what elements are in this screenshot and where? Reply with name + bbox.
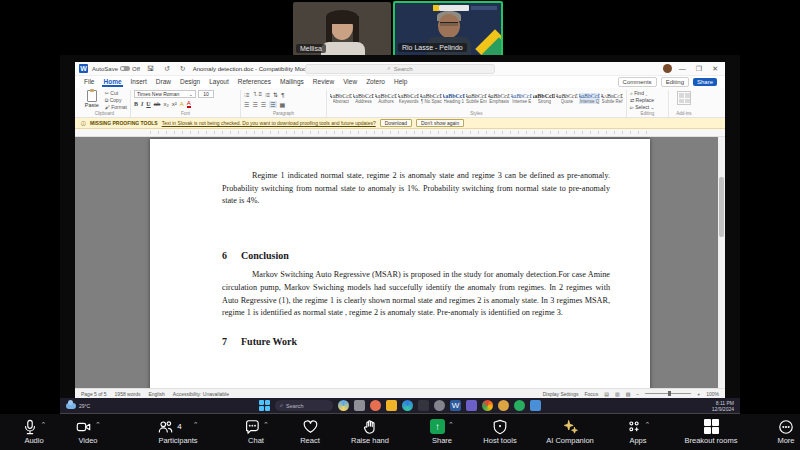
multilevel-list-icon[interactable]: ⁞≡ xyxy=(265,92,270,98)
participants-caret-icon[interactable]: ⌃ xyxy=(193,421,199,429)
font-color-button[interactable]: A xyxy=(187,100,191,108)
align-center-icon[interactable]: ☰ xyxy=(252,101,257,108)
tab-draw[interactable]: Draw xyxy=(155,77,172,87)
ruler[interactable] xyxy=(75,129,725,137)
strikethrough-button[interactable]: ab xyxy=(154,101,161,107)
undo-icon[interactable]: ↺ xyxy=(161,65,173,73)
tab-design[interactable]: Design xyxy=(179,77,201,87)
gold-app-icon[interactable] xyxy=(498,400,509,411)
outlook-icon[interactable] xyxy=(530,400,541,411)
chat-button[interactable]: ⌃ Chat xyxy=(236,418,276,445)
video-tile-mellisa[interactable]: Mellisa xyxy=(293,2,391,56)
account-avatar[interactable] xyxy=(663,64,672,73)
pilcrow-icon[interactable]: ¶ xyxy=(281,92,284,98)
participants-button[interactable]: 4 ⌃ Participants xyxy=(148,418,208,445)
video-button[interactable]: ⌃ Video xyxy=(68,418,108,445)
editing-mode-button[interactable]: Editing xyxy=(661,77,689,87)
share-screen-button[interactable]: ↑ ⌃ Share xyxy=(422,418,462,445)
sort-icon[interactable]: ⇅ xyxy=(273,91,278,98)
tab-references[interactable]: References xyxy=(237,77,272,87)
align-right-icon[interactable]: ☰ xyxy=(261,101,266,108)
redo-icon[interactable]: ↻ xyxy=(177,65,189,73)
word-count[interactable]: 1958 words xyxy=(115,391,141,397)
video-tile-rio-lasse[interactable]: Rio Lasse - Pelindo xyxy=(393,1,503,57)
tab-insert[interactable]: Insert xyxy=(130,77,148,87)
tab-help[interactable]: Help xyxy=(393,77,408,87)
edge-icon[interactable] xyxy=(402,400,413,411)
zoom-slider[interactable] xyxy=(645,393,691,394)
highlight-button[interactable]: A xyxy=(180,101,184,107)
select-button[interactable]: ▻ Select ⌄ xyxy=(630,104,665,111)
zoom-app-icon[interactable] xyxy=(514,400,525,411)
tab-layout[interactable]: Layout xyxy=(208,77,230,87)
font-name-select[interactable]: Times New Roman⌄ xyxy=(134,90,196,98)
style-quote[interactable]: AaBbCcDQuote xyxy=(556,93,578,104)
word-search-input[interactable]: ⌕ Search xyxy=(305,64,495,74)
chrome-icon[interactable] xyxy=(482,400,493,411)
read-mode-icon[interactable]: ▤ xyxy=(604,391,609,397)
subscript-button[interactable]: x₂ xyxy=(163,101,168,107)
autosave-toggle[interactable]: AutoSave Off xyxy=(92,66,140,72)
paste-button[interactable]: Paste xyxy=(82,90,102,111)
accessibility-status[interactable]: Accessibility: Unavailable xyxy=(173,391,229,397)
restore-icon[interactable]: ❐ xyxy=(693,65,705,73)
tab-home[interactable]: Home xyxy=(102,77,122,87)
vertical-scrollbar[interactable] xyxy=(718,137,725,388)
italic-button[interactable]: I xyxy=(141,101,143,107)
print-layout-icon[interactable]: ▥ xyxy=(615,391,620,397)
style-intense-quote[interactable]: AaBbCcDIntense Q xyxy=(579,93,601,104)
save-icon[interactable]: 🖫 xyxy=(144,65,157,72)
style-subtle-emphasis[interactable]: AaBbCcDSubtle Em xyxy=(466,93,488,104)
tab-review[interactable]: Review xyxy=(312,77,335,87)
host-tools-button[interactable]: Host tools xyxy=(476,418,524,445)
style-no-spacing[interactable]: AaBbCcD¶ No Spac xyxy=(420,93,442,104)
dont-show-again-button[interactable]: Don't show again xyxy=(416,119,464,127)
style-authors[interactable]: AaBbCcDAuthors xyxy=(375,93,397,104)
number-list-icon[interactable]: ⒈≡ xyxy=(252,90,262,99)
align-left-icon[interactable]: ☰ xyxy=(244,101,249,108)
underline-button[interactable]: U xyxy=(146,101,150,107)
scrollbar-thumb[interactable] xyxy=(719,177,724,237)
style-intense-emphasis[interactable]: AaBbCcDIntense E xyxy=(511,93,533,104)
language-indicator[interactable]: English xyxy=(148,391,164,397)
font-buttons[interactable]: B I U ab x₂ x² A A xyxy=(134,100,237,108)
list-buttons[interactable]: ⁝≡ ⒈≡ ⁞≡ ⇅ ¶ xyxy=(244,90,323,99)
style-keywords[interactable]: AaBbCcDKeywords xyxy=(398,93,420,104)
file-explorer-icon[interactable] xyxy=(386,400,397,411)
photos-icon[interactable] xyxy=(370,400,381,411)
notes-icon[interactable] xyxy=(354,400,365,411)
tab-view[interactable]: View xyxy=(342,77,358,87)
font-size-select[interactable]: 10 xyxy=(198,90,214,98)
share-caret-icon[interactable]: ⌃ xyxy=(448,421,454,429)
style-subtle-reference[interactable]: AaBbCcDSubtle Ref xyxy=(601,93,623,104)
tab-file[interactable]: File xyxy=(83,77,95,87)
tab-zotero[interactable]: Zotero xyxy=(365,77,386,87)
store-icon[interactable] xyxy=(418,400,429,411)
zoom-out-icon[interactable]: − xyxy=(636,391,639,397)
style-address[interactable]: AaBbCcDAddress xyxy=(353,93,375,104)
zoom-level[interactable]: 100% xyxy=(706,391,719,397)
close-icon[interactable]: ✕ xyxy=(709,65,721,73)
chat-caret-icon[interactable]: ⌃ xyxy=(263,421,269,429)
clipboard-items[interactable]: ✂ Cut⧉ Copy🖌 Format xyxy=(105,90,127,111)
audio-button[interactable]: ⌃ Audio xyxy=(14,418,54,445)
zoom-in-icon[interactable]: + xyxy=(697,391,700,397)
ai-companion-button[interactable]: AI Companion xyxy=(538,418,602,445)
style-abstract[interactable]: AaBbCcDAbstract xyxy=(330,93,352,104)
style-strong[interactable]: AaBbCcDeStrong xyxy=(533,93,555,104)
raise-hand-button[interactable]: Raise hand xyxy=(344,418,396,445)
style-heading1[interactable]: AaBbCcDHeading 1 xyxy=(443,93,465,104)
apps-caret-icon[interactable]: ⌃ xyxy=(645,421,651,429)
widgets-icon[interactable] xyxy=(338,400,349,411)
word-icon[interactable]: W xyxy=(450,400,461,411)
find-button[interactable]: ⌕ Find ⌄ xyxy=(630,90,665,97)
audio-caret-icon[interactable]: ⌃ xyxy=(41,421,47,429)
display-settings-button[interactable]: Display Settings xyxy=(543,391,579,397)
page-indicator[interactable]: Page 5 of 5 xyxy=(81,391,107,397)
document-page[interactable]: Regime 1 indicated normal state, regime … xyxy=(150,139,650,388)
bullet-list-icon[interactable]: ⁝≡ xyxy=(244,91,249,98)
replace-button[interactable]: ⇄ Replace xyxy=(630,97,665,104)
superscript-button[interactable]: x² xyxy=(172,101,177,107)
style-emphasis[interactable]: AaBbCcDEmphasis xyxy=(488,93,510,104)
shading-icon[interactable]: ▦ xyxy=(280,101,286,108)
